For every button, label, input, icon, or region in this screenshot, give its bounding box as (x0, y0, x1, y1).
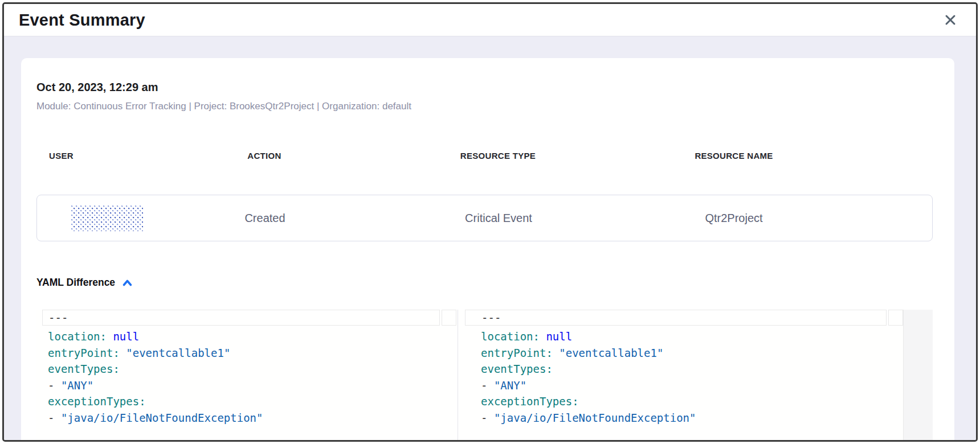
collapse-toggle-button[interactable] (121, 278, 133, 288)
code-line: entryPoint: "eventcallable1" (48, 345, 456, 361)
code-line: entryPoint: "eventcallable1" (481, 345, 903, 361)
scrollbar-slot[interactable] (888, 310, 903, 326)
user-cell (37, 205, 137, 231)
x-icon (944, 14, 957, 26)
code-line: eventTypes: (481, 361, 903, 377)
modal-title: Event Summary (19, 11, 145, 30)
resource-type-cell: Critical Event (393, 212, 604, 225)
chevron-up-icon (121, 278, 133, 288)
yaml-difference-label: YAML Difference (36, 277, 115, 289)
modal-header: Event Summary (4, 4, 976, 36)
event-timestamp: Oct 20, 2023, 12:29 am (36, 81, 933, 94)
table-header-row: USER ACTION RESOURCE TYPE RESOURCE NAME (36, 151, 933, 161)
code-body[interactable]: location: nullentryPoint: "eventcallable… (458, 328, 903, 426)
action-cell: Created (137, 212, 393, 225)
code-line: - "java/io/FileNotFoundException" (481, 410, 903, 426)
code-first-line: --- (42, 310, 456, 326)
code-line: eventTypes: (48, 361, 456, 377)
code-first-line: --- (465, 310, 903, 326)
yaml-difference-header: YAML Difference (36, 277, 933, 289)
scrollbar-slot[interactable] (442, 310, 456, 326)
yaml-diff-viewer: --- location: nullentryPoint: "eventcall… (36, 310, 933, 440)
code-first-line-text: --- (42, 310, 440, 326)
code-line: - "java/io/FileNotFoundException" (48, 410, 456, 426)
yaml-diff-pane-right[interactable]: --- location: nullentryPoint: "eventcall… (458, 310, 933, 440)
table-row: Created Critical Event Qtr2Project (36, 195, 933, 241)
resource-name-cell: Qtr2Project (604, 212, 932, 225)
code-line: exceptionTypes: (481, 393, 903, 410)
modal-body: Oct 20, 2023, 12:29 am Module: Continuou… (4, 36, 976, 440)
redacted-user-pattern (71, 205, 143, 231)
code-first-line-text: --- (465, 310, 887, 326)
close-button[interactable] (942, 11, 959, 28)
column-header-resource-type: RESOURCE TYPE (393, 151, 603, 161)
column-header-action: ACTION (136, 151, 393, 161)
event-meta: Module: Continuous Error Tracking | Proj… (36, 101, 933, 112)
code-line: exceptionTypes: (48, 393, 456, 410)
code-line: - "ANY" (48, 377, 456, 394)
yaml-diff-pane-left[interactable]: --- location: nullentryPoint: "eventcall… (36, 310, 458, 440)
code-line: location: null (48, 328, 456, 345)
code-line: location: null (481, 328, 903, 345)
event-card: Oct 20, 2023, 12:29 am Module: Continuou… (21, 58, 954, 440)
column-header-resource-name: RESOURCE NAME (603, 151, 933, 161)
code-body[interactable]: location: nullentryPoint: "eventcallable… (36, 328, 456, 426)
diff-overview-ruler[interactable] (903, 310, 933, 440)
column-header-user: USER (36, 151, 136, 161)
event-summary-modal: Event Summary Oct 20, 2023, 12:29 am Mod… (2, 2, 978, 442)
code-line: - "ANY" (481, 377, 903, 394)
